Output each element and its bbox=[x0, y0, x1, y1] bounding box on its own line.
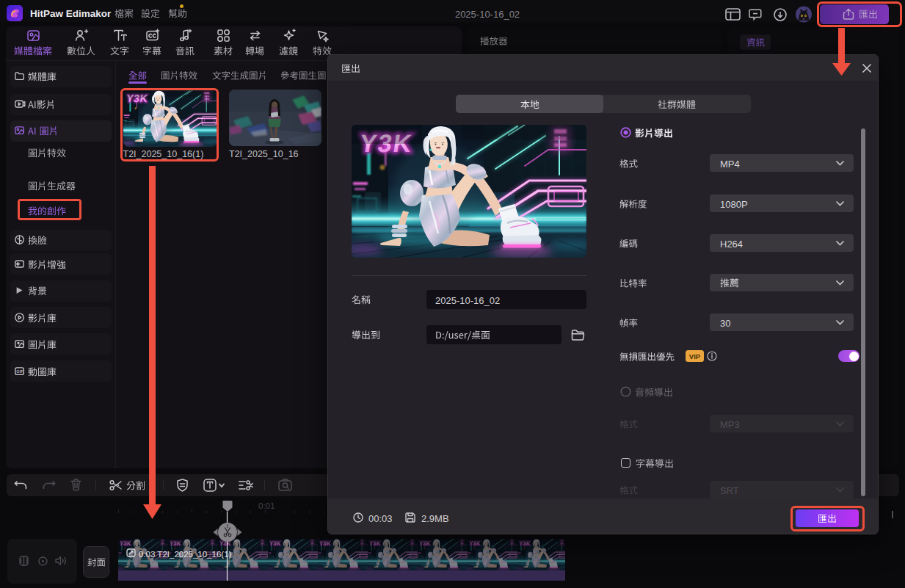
svg-text:GIF: GIF bbox=[16, 369, 23, 374]
